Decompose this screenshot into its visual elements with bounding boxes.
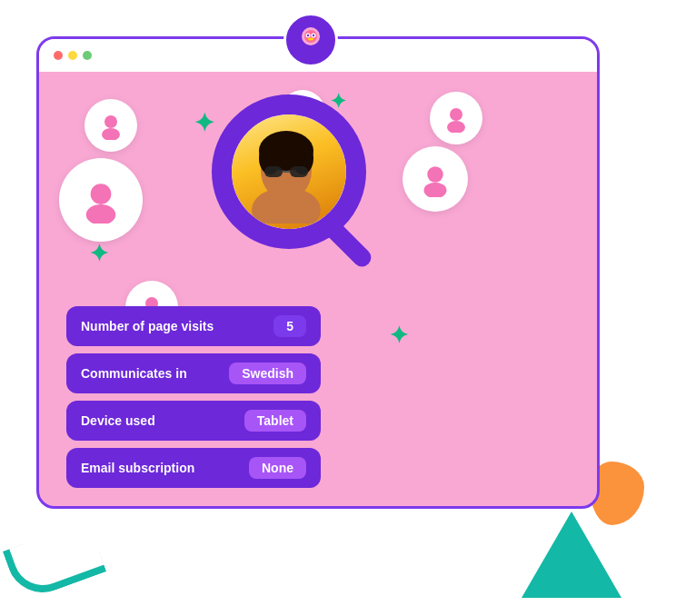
dot-red <box>54 51 63 60</box>
card-value-device: Tablet <box>244 410 306 432</box>
dot-green <box>83 51 92 60</box>
scene: ✦ ✦ ✦ ✦ <box>0 0 676 616</box>
browser-content: ✦ ✦ ✦ ✦ <box>39 72 597 506</box>
info-card-email: Email subscription None <box>66 448 321 488</box>
info-card-page-visits: Number of page visits 5 <box>66 306 321 346</box>
info-card-communicates: Communicates in Swedish <box>66 353 321 393</box>
card-value-email: None <box>249 457 306 479</box>
svg-rect-24 <box>264 166 283 177</box>
svg-point-12 <box>447 121 465 133</box>
svg-point-14 <box>86 204 116 224</box>
browser-window: ✦ ✦ ✦ ✦ <box>36 36 600 509</box>
sparkle-3: ✦ <box>89 240 109 268</box>
card-label-email: Email subscription <box>81 461 194 475</box>
card-label-device: Device used <box>81 413 155 428</box>
svg-rect-25 <box>290 166 308 177</box>
teal-wave-decoration <box>3 521 106 603</box>
svg-point-15 <box>427 166 443 183</box>
robot-icon <box>294 24 327 56</box>
svg-point-7 <box>104 115 117 128</box>
info-cards-container: Number of page visits 5 Communicates in … <box>66 306 321 488</box>
user-circle-5 <box>403 146 468 212</box>
user-circle-1 <box>84 99 137 152</box>
user-circle-4 <box>59 158 143 242</box>
svg-point-5 <box>313 35 314 36</box>
svg-point-8 <box>102 128 120 140</box>
top-avatar <box>283 13 338 67</box>
svg-point-4 <box>307 35 309 36</box>
svg-point-6 <box>308 38 313 41</box>
magnifier <box>212 94 412 294</box>
user-circle-3 <box>430 92 482 144</box>
info-card-device: Device used Tablet <box>66 401 321 441</box>
card-value-communicates: Swedish <box>229 363 306 384</box>
svg-point-13 <box>91 184 112 204</box>
svg-point-11 <box>450 108 462 121</box>
card-label-page-visits: Number of page visits <box>81 319 214 333</box>
dot-yellow <box>68 51 77 60</box>
sparkle-4: ✦ <box>389 322 409 350</box>
card-value-page-visits: 5 <box>273 315 306 337</box>
card-label-communicates: Communicates in <box>81 366 187 381</box>
svg-point-16 <box>424 183 447 197</box>
